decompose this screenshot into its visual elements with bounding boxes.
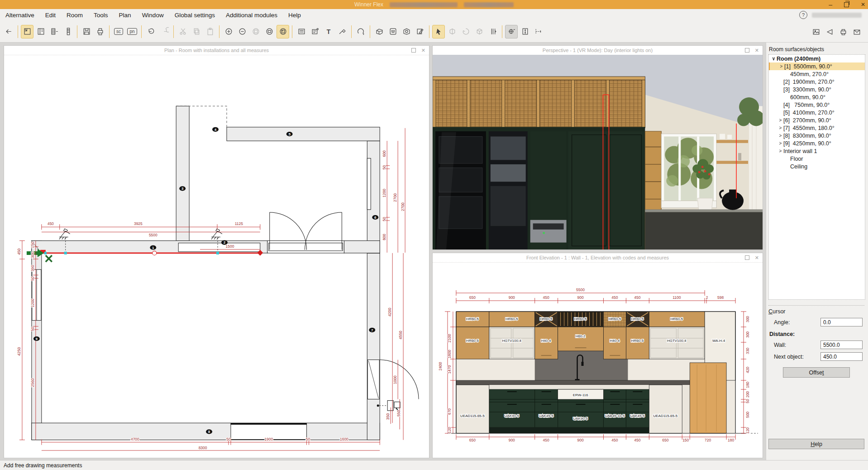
tree-item[interactable]: [5] 4100mm, 270.0° (769, 109, 865, 116)
toolbar-paste-button[interactable] (204, 25, 216, 38)
help-icon[interactable]: ? (799, 11, 807, 19)
toolbar-arc-button[interactable] (354, 25, 367, 38)
perspective-render[interactable] (433, 55, 763, 249)
menu-alternative[interactable]: Alternative (0, 9, 40, 21)
wall-distance-input[interactable] (820, 341, 863, 349)
toolbar-measure-horizontal-button[interactable] (532, 25, 545, 38)
toolbar-zoom-window-button[interactable] (263, 25, 276, 38)
close-icon[interactable]: ✕ (421, 48, 425, 53)
toolbar-copy-button[interactable] (190, 25, 203, 38)
tree-item[interactable]: ∨Room (2400mm) (769, 55, 865, 62)
menu-tools[interactable]: Tools (88, 9, 114, 21)
toolbar-save-button[interactable] (80, 25, 93, 38)
tree-item[interactable]: >Interior wall 1 (769, 147, 865, 155)
tree-item[interactable]: >[6] 2700mm, 90.0° (769, 116, 865, 124)
maximize-icon[interactable] (745, 48, 749, 53)
toolbar-select-button[interactable] (432, 25, 445, 38)
toolbar-zoom-out-button[interactable] (236, 25, 248, 38)
menu-plan[interactable]: Plan (114, 9, 137, 21)
tree-item[interactable]: Floor (769, 155, 865, 163)
toolbar-orbit-button[interactable] (446, 25, 458, 38)
menu-global-settings[interactable]: Global settings (169, 9, 220, 21)
toolbar-wall-3d-button[interactable] (373, 25, 386, 38)
toolbar-print-button[interactable] (94, 25, 106, 38)
chevron-right-icon[interactable]: > (777, 148, 783, 153)
chevron-right-icon[interactable]: > (777, 117, 783, 123)
toolbar-send-button[interactable] (823, 25, 836, 38)
toolbar-elevation-view-button[interactable] (34, 25, 47, 38)
toolbar-undo-button[interactable] (144, 25, 157, 38)
toolbar-notes-button[interactable] (295, 25, 308, 38)
toolbar-freehand-button[interactable] (336, 25, 348, 38)
chevron-right-icon[interactable]: > (777, 133, 783, 138)
status-bar: Add free drawing measurements (0, 460, 868, 470)
tree-item-label: [8] 8300mm, 90.0° (783, 133, 831, 139)
toolbar-note-tag-button[interactable] (309, 25, 321, 38)
floor-plan-drawing[interactable]: 4503925112555001500450425015030039050120… (4, 55, 429, 458)
tree-item[interactable]: 450mm, 270.0° (769, 70, 865, 78)
toolbar-measure-parallel-button[interactable] (486, 25, 499, 38)
dimension-label: 2560 (30, 378, 35, 387)
perspective-window-titlebar[interactable]: Perspective - 1 (VR Mode): Day (interior… (433, 46, 763, 55)
tree-item[interactable]: [4] 750mm, 90.0° (769, 101, 865, 109)
toolbar-plan-view-button[interactable] (21, 25, 33, 38)
toolbar-separator (219, 25, 219, 38)
tree-item[interactable]: Ceiling (769, 163, 865, 170)
toolbar-measure-free-button[interactable] (505, 25, 518, 38)
toolbar-separator (141, 25, 142, 38)
menu-edit[interactable]: Edit (40, 9, 61, 21)
tree-item[interactable]: >[1] 5500mm, 90.0° (769, 62, 865, 70)
elevation-window-titlebar[interactable]: Front Elevation - 1 : Wall - 1, Elevatio… (433, 253, 763, 263)
toolbar-walkthrough-button[interactable] (473, 25, 486, 38)
toolbar-zoom-previous-button[interactable] (249, 25, 262, 38)
menu-room[interactable]: Room (61, 9, 88, 21)
help-button[interactable]: Help (768, 439, 864, 449)
toolbar-text-button[interactable]: T (322, 25, 335, 38)
tree-item[interactable]: 600mm, 90.0° (769, 93, 865, 101)
toolbar-scale-button[interactable]: sc (112, 25, 125, 38)
toolbar-redo-button[interactable] (158, 25, 171, 38)
chevron-down-icon[interactable]: ∨ (771, 56, 777, 61)
close-button[interactable]: ✕ (861, 1, 865, 8)
toolbar-zoom-in-button[interactable] (222, 25, 235, 38)
toolbar-back-button[interactable] (2, 25, 15, 38)
next-object-input[interactable] (820, 352, 863, 361)
toolbar-printer-button[interactable] (837, 25, 849, 38)
chevron-right-icon[interactable]: > (777, 125, 783, 130)
restore-button[interactable] (844, 2, 849, 7)
maximize-icon[interactable] (411, 48, 416, 53)
maximize-icon[interactable] (745, 255, 749, 260)
angle-input[interactable] (820, 318, 863, 326)
toolbar-rotate-3d-button[interactable] (459, 25, 472, 38)
minimize-button[interactable]: – (829, 2, 832, 7)
toolbar-measure-vertical-button[interactable] (519, 25, 531, 38)
plan-window-titlebar[interactable]: Plan - Room with installations and all m… (4, 46, 429, 55)
menu-additional-modules[interactable]: Additional modules (220, 9, 283, 21)
toolbar-elevation-list-button[interactable] (48, 25, 61, 38)
chevron-right-icon[interactable]: > (777, 140, 783, 146)
chevron-right-icon[interactable]: > (778, 63, 784, 69)
tree-item[interactable]: [2] 1900mm, 270.0° (769, 78, 865, 86)
toolbar-cut-button[interactable] (176, 25, 189, 38)
menu-window[interactable]: Window (137, 9, 169, 21)
dimension-label: 50 (30, 327, 35, 331)
menu-help[interactable]: Help (283, 9, 306, 21)
toolbar-room-3d-button[interactable] (400, 25, 413, 38)
offset-button[interactable]: Offset (783, 367, 850, 378)
dimension-label: 4250 (17, 347, 21, 356)
elevation-list-icon (50, 27, 59, 36)
elevation-drawing[interactable]: 5500650900450900450450110025986509004509… (433, 262, 763, 458)
toolbar-sketch-button[interactable] (414, 25, 426, 38)
tree-item[interactable]: >[8] 8300mm, 90.0° (769, 132, 865, 139)
toolbar-zoom-room-button[interactable] (277, 25, 289, 38)
tree-item[interactable]: >[9] 4250mm, 90.0° (769, 139, 865, 147)
toolbar-mail-button[interactable] (850, 25, 863, 38)
close-icon[interactable]: ✕ (755, 255, 759, 261)
toolbar-image-button[interactable] (810, 25, 822, 38)
close-icon[interactable]: ✕ (755, 48, 759, 53)
tree-item[interactable]: >[7] 4550mm, 180.0° (769, 124, 865, 132)
toolbar-elevation-detail-button[interactable] (62, 25, 74, 38)
toolbar-room-photo-button[interactable] (386, 25, 399, 38)
tree-item[interactable]: [3] 3300mm, 90.0° (769, 86, 865, 93)
toolbar-pan-button[interactable]: pn (126, 25, 138, 38)
